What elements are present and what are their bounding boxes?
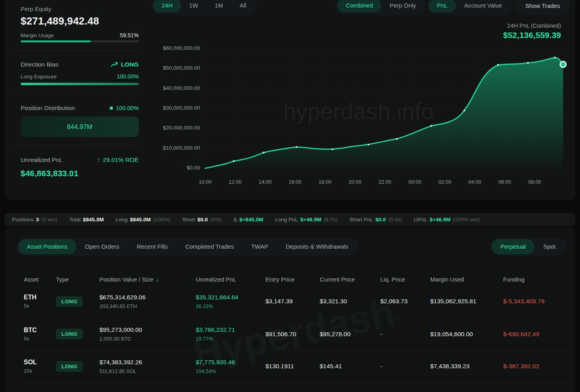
unrealized-pnl-pct: 26.15% xyxy=(196,303,265,309)
asset-name: BTC xyxy=(24,327,56,334)
tab-24h[interactable]: 24H xyxy=(153,0,181,12)
sort-arrow-down-icon: ↓ xyxy=(156,276,159,283)
tab-pnl[interactable]: PnL xyxy=(429,0,456,12)
summary-upnl: UPnL$+46.9M(100% win) xyxy=(414,217,480,223)
tab-twap[interactable]: TWAP xyxy=(242,239,277,254)
table-header-row: Asset Type Position Value / Size ↓ Unrea… xyxy=(24,273,569,285)
summary-long-pnl: Long PnL$+46.9M(6.7x) xyxy=(275,217,338,223)
position-row-eth[interactable]: ETH 5x LONG $675,314,629.06 203,340.65 E… xyxy=(24,285,569,318)
y-axis-tick: $0.00 xyxy=(158,165,200,171)
margin-usage-bar xyxy=(21,40,139,42)
position-distribution-box[interactable]: 844.97M xyxy=(21,116,139,137)
distribution-dot-icon xyxy=(110,107,113,110)
divider xyxy=(16,94,142,94)
column-header-funding[interactable]: Funding xyxy=(503,276,569,283)
funding: $-5,343,409.79 xyxy=(503,298,569,305)
pnl-chart[interactable]: hyperdash.info $60,000,000.00$50,000,000… xyxy=(158,40,575,182)
long-exposure-value: 100.00% xyxy=(117,73,139,80)
asset-name: ETH xyxy=(24,294,56,301)
margin-used: $7,438,339.23 xyxy=(430,363,503,370)
x-axis-tick: 00:00 xyxy=(404,179,426,185)
asset-leverage: 5x xyxy=(24,336,56,342)
tab-1w[interactable]: 1W xyxy=(181,0,207,12)
summary-delta: Δ$+845.0M xyxy=(233,217,263,223)
margin-used: $135,062,925.81 xyxy=(430,298,503,305)
divider xyxy=(16,50,142,51)
pnl-area-chart[interactable] xyxy=(158,40,575,182)
positions-table: Asset Type Position Value / Size ↓ Unrea… xyxy=(24,273,569,382)
x-axis-tick: 12:00 xyxy=(224,179,246,185)
summary-positions: Positions3(3 win) xyxy=(12,217,57,223)
unrealized-pnl: $3,766,232.71 xyxy=(196,326,265,333)
show-trades-button[interactable]: Show Trades xyxy=(515,0,570,15)
tab-recent-fills[interactable]: Recent Fills xyxy=(128,239,176,254)
summary-short: Short$0.0(0%) xyxy=(182,217,221,223)
long-badge: LONG xyxy=(56,361,83,372)
chart-header: 24H PnL (Combined) $52,136,559.39 xyxy=(503,23,561,40)
column-header-asset[interactable]: Asset xyxy=(24,276,56,283)
data-point-dot xyxy=(464,110,465,111)
toggle-perpetual[interactable]: Perpetual xyxy=(492,239,534,254)
liq-price: - xyxy=(380,363,430,370)
x-axis-tick: 16:00 xyxy=(284,179,306,185)
position-distribution-label: Position Distribution xyxy=(21,105,75,112)
divider xyxy=(16,145,142,146)
column-header-position-value[interactable]: Position Value / Size ↓ xyxy=(99,276,196,283)
unrealized-pnl-label: Unrealized PnL xyxy=(21,156,63,164)
y-axis-tick: $40,000,000.00 xyxy=(158,85,200,91)
column-header-entry-price[interactable]: Entry Price xyxy=(265,276,320,283)
y-axis-tick: $50,000,000.00 xyxy=(158,65,200,71)
column-header-unrealized-pnl[interactable]: Unrealized PnL xyxy=(196,276,265,283)
y-axis-tick: $30,000,000.00 xyxy=(158,105,200,111)
column-header-current-price[interactable]: Current Price xyxy=(320,276,380,283)
asset-leverage: 10x xyxy=(24,368,56,374)
position-row-btc[interactable]: BTC 5x LONG $95,273,000.00 1,000.00 BTC … xyxy=(24,318,569,350)
column-header-margin-used[interactable]: Margin Used xyxy=(430,276,503,283)
tab-deposits-withdrawals[interactable]: Deposits & Withdrawals xyxy=(277,239,357,254)
liq-price: $2,063.73 xyxy=(380,298,430,305)
x-axis-tick: 20:00 xyxy=(344,179,366,185)
liq-price: - xyxy=(380,331,430,338)
data-point-dot xyxy=(332,148,333,150)
tab-1m[interactable]: 1M xyxy=(206,0,231,12)
y-axis-tick: $20,000,000.00 xyxy=(158,125,200,131)
tab-account-value[interactable]: Account Value xyxy=(456,0,511,12)
tab-open-orders[interactable]: Open Orders xyxy=(76,239,128,254)
asset-name: SOL xyxy=(24,359,56,366)
hyperdash-trader-dashboard: Perp Equity $271,489,942.48 Margin Usage… xyxy=(0,0,580,392)
chart-header-value: $52,136,559.39 xyxy=(503,30,561,40)
direction-bias-value: LONG xyxy=(121,61,139,68)
tab-completed-trades[interactable]: Completed Trades xyxy=(177,239,243,254)
y-axis-tick: $10,000,000.00 xyxy=(158,145,200,151)
positions-summary-bar: Positions3(3 win) Total$845.0M Long$845.… xyxy=(5,213,575,226)
tab-asset-positions[interactable]: Asset Positions xyxy=(18,239,76,254)
column-header-type[interactable]: Type xyxy=(56,276,99,283)
unrealized-pnl: $7,775,935.46 xyxy=(196,359,265,366)
chart-header-label: 24H PnL (Combined) xyxy=(503,23,561,29)
unrealized-pnl-pct: 19.77% xyxy=(196,336,265,342)
position-distribution-value: 100.00% xyxy=(116,105,139,111)
data-point-dot xyxy=(396,138,398,140)
current-price: $3,321.30 xyxy=(320,298,380,305)
toggle-spot[interactable]: Spot xyxy=(534,239,564,254)
position-value: $95,273,000.00 xyxy=(99,326,196,333)
direction-bias-label: Direction Bias xyxy=(21,61,59,68)
position-size: 511,612.85 SOL xyxy=(99,368,196,374)
x-axis-tick: 02:00 xyxy=(434,179,456,185)
column-header-liq-price[interactable]: Liq. Price xyxy=(380,276,430,283)
x-axis-tick: 14:00 xyxy=(254,179,276,185)
arrow-up-icon: ↑ xyxy=(97,156,101,164)
tab-combined[interactable]: Combined xyxy=(338,0,381,12)
position-row-sol[interactable]: SOL 10x LONG $74,383,392.26 511,612.85 S… xyxy=(24,350,569,382)
position-distribution-size: 844.97M xyxy=(67,123,92,131)
summary-long: Long$845.0M(100%) xyxy=(116,217,170,223)
tab-perp-only[interactable]: Perp Only xyxy=(381,0,424,12)
asset-leverage: 5x xyxy=(24,303,56,309)
mode-tabs: Combined Perp Only xyxy=(336,0,426,15)
current-price: $95,278.00 xyxy=(320,331,380,338)
x-axis-tick: 04:00 xyxy=(464,179,486,185)
position-size: 203,340.65 ETH xyxy=(99,303,196,309)
tab-all[interactable]: All xyxy=(231,0,255,12)
long-exposure-bar xyxy=(21,83,139,85)
summary-short-pnl: Short PnL$0.0(0.0x) xyxy=(349,217,402,223)
